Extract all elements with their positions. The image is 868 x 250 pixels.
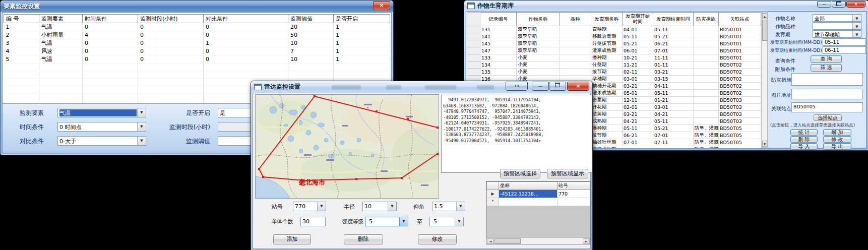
minimize-button[interactable]: —	[817, 1, 831, 8]
column-header[interactable]: 发育期名称	[591, 13, 623, 26]
import-button[interactable]: 导 入	[790, 143, 818, 150]
maximize-button[interactable]	[832, 1, 846, 8]
add-button[interactable]: 增 加	[823, 129, 851, 136]
chevron-down-icon[interactable]: ▼	[399, 217, 408, 226]
close-button[interactable]: ×	[567, 82, 589, 91]
chevron-down-icon[interactable]: ▼	[137, 137, 146, 145]
column-header[interactable]: 编 号	[4, 15, 39, 23]
column-header[interactable]: 监测要素	[39, 15, 83, 23]
intensity-to-combobox[interactable]: -5 ▼	[429, 217, 464, 226]
chevron-down-icon[interactable]: ▼	[456, 202, 465, 211]
column-header[interactable]: 监测时段(小时)	[138, 15, 204, 23]
cell-count-field[interactable]: 30	[300, 217, 326, 226]
table-row[interactable]: 133小麦播种期10-2111-11BD50T01	[467, 54, 761, 61]
row-selector[interactable]: *	[487, 198, 499, 206]
hscroll-thumb[interactable]	[494, 238, 521, 244]
time-condition-combobox[interactable]: 0 时间点 ▼	[57, 122, 146, 132]
delete-button[interactable]: 删除	[344, 234, 383, 244]
column-header[interactable]: 发育期开始时间	[623, 13, 653, 26]
measure-field[interactable]	[791, 73, 863, 86]
warning-area-select-button[interactable]: 预警区域选择	[500, 169, 540, 178]
export-button[interactable]: 导 出	[823, 143, 851, 150]
stage-combobox[interactable]: 拔节孕穗期 ▼	[813, 30, 861, 38]
radius-combobox[interactable]: 10 ▼	[362, 202, 397, 211]
table-row[interactable]: 1气温000201	[4, 23, 390, 31]
table-cell: 04-11	[653, 83, 694, 90]
column-header[interactable]: 对比条件	[204, 15, 288, 23]
add-button[interactable]: 添加	[273, 234, 311, 244]
row-selector[interactable]: ▶	[487, 190, 499, 198]
column-header[interactable]: 记录编号	[480, 13, 517, 26]
column-header[interactable]: 是否开启	[334, 15, 390, 23]
table-row[interactable]: 147双季早稻灌浆成熟期06-0107-01BD50T01	[467, 47, 761, 54]
modify-button[interactable]: 修 改	[823, 136, 851, 143]
warning-area-display-button[interactable]: 预警区域显示	[547, 169, 588, 178]
table-row[interactable]: ▶ -45122.12238... 770	[487, 190, 590, 198]
resize-button[interactable]: ↔	[506, 82, 528, 91]
table-vscrollbar[interactable]: ▲ ▼	[761, 12, 768, 148]
titlebar[interactable]: 要素监控设置	[1, 1, 393, 12]
chevron-down-icon[interactable]: ▼	[852, 31, 861, 37]
table-row[interactable]: 131双季早稻育秧期04-0105-11BD50T01	[467, 26, 761, 33]
column-header[interactable]: 监测阈值	[288, 15, 334, 23]
station-cell[interactable]	[557, 198, 590, 206]
table-row[interactable]: 134小麦分蘖期11-2101-11BD50T02	[467, 61, 761, 69]
column-header[interactable]: 时间条件	[83, 15, 138, 23]
image-path-field[interactable]	[791, 89, 863, 99]
filter-button[interactable]: 筛 选	[811, 64, 842, 72]
column-header[interactable]: 发育期结束时间	[653, 13, 694, 26]
intensity-combobox[interactable]: -5 ▼	[365, 217, 408, 226]
stage-start-field[interactable]: 05-11	[823, 38, 866, 46]
table-row[interactable]: 5气温000101	[4, 55, 390, 64]
coord-cell[interactable]: -45122.12238...	[499, 190, 557, 198]
table-row[interactable]: 141双季早稻移栽返青期05-1105-21BD50T01	[467, 33, 761, 40]
coordinates-textarea[interactable]: 9491.0172034971, 905914.1117954104, 6346…	[441, 95, 592, 173]
close-button[interactable]: ×	[846, 1, 865, 8]
select-station-button[interactable]: 选择站点	[814, 114, 842, 121]
table-row[interactable]: 135小麦拔节期02-1103-21BD50T02	[467, 69, 761, 76]
chevron-down-icon[interactable]: ▼	[455, 217, 463, 226]
delete-button[interactable]: 删 除	[790, 136, 818, 143]
chevron-down-icon[interactable]: ▼	[137, 108, 146, 117]
column-header[interactable]: 站号	[557, 182, 590, 190]
maximize-button[interactable]	[549, 82, 566, 91]
scroll-right-icon[interactable]: ►	[583, 238, 590, 244]
crop-variety-combobox[interactable]: ▼	[813, 22, 861, 30]
column-header[interactable]: 防灾措施	[694, 13, 719, 26]
vscroll-thumb[interactable]	[762, 20, 767, 41]
chevron-down-icon[interactable]: ▼	[388, 202, 396, 211]
chevron-down-icon[interactable]: ▼	[852, 15, 861, 21]
stats-button[interactable]: 统 计	[790, 129, 818, 136]
close-button[interactable]: ×	[373, 1, 390, 10]
new-row[interactable]: *	[487, 198, 590, 206]
titlebar[interactable]: 作物生育期库	[464, 1, 868, 11]
modify-button[interactable]: 修改	[418, 234, 457, 244]
grid-hscrollbar[interactable]: ◄ ►	[486, 237, 590, 244]
station-no-combobox[interactable]: 770 ▼	[293, 202, 326, 211]
station-field[interactable]: BD50T05	[791, 102, 863, 112]
table-row[interactable]: 4风速00071	[4, 47, 390, 55]
minimize-button[interactable]: —	[532, 82, 549, 91]
table-row[interactable]: 2小时雨量400501	[4, 31, 390, 39]
scroll-down-icon[interactable]: ▼	[762, 141, 767, 147]
table-row[interactable]: 145双季早稻分蘖拔节期05-2106-21BD50T01	[467, 40, 761, 47]
crop-name-combobox[interactable]: 全部 ▼	[813, 14, 861, 22]
compare-condition-combobox[interactable]: 0-大于 ▼	[57, 136, 146, 146]
coord-cell[interactable]	[499, 198, 557, 206]
monitor-element-combobox[interactable]: 气温 ▼	[57, 108, 146, 117]
scroll-up-icon[interactable]: ▲	[762, 13, 767, 19]
column-header[interactable]: 坐标	[499, 182, 557, 190]
column-header[interactable]: 作物名称	[517, 13, 560, 26]
chevron-down-icon[interactable]: ▼	[317, 202, 326, 211]
chevron-down-icon[interactable]: ▼	[137, 122, 146, 131]
chevron-down-icon[interactable]: ▼	[852, 23, 861, 29]
stage-end-field[interactable]: 06-11	[823, 46, 866, 54]
scroll-left-icon[interactable]: ◄	[487, 238, 494, 244]
column-header[interactable]: 品种	[560, 13, 591, 26]
query-button[interactable]: 查 询	[811, 55, 842, 63]
table-row[interactable]: 3气温001101	[4, 39, 390, 47]
column-header[interactable]: 关联站点	[719, 13, 761, 26]
station-cell[interactable]: 770	[557, 190, 590, 198]
elevation-combobox[interactable]: 1.5 ▼	[432, 202, 465, 211]
map-view[interactable]: 毫北海市	[255, 94, 439, 199]
